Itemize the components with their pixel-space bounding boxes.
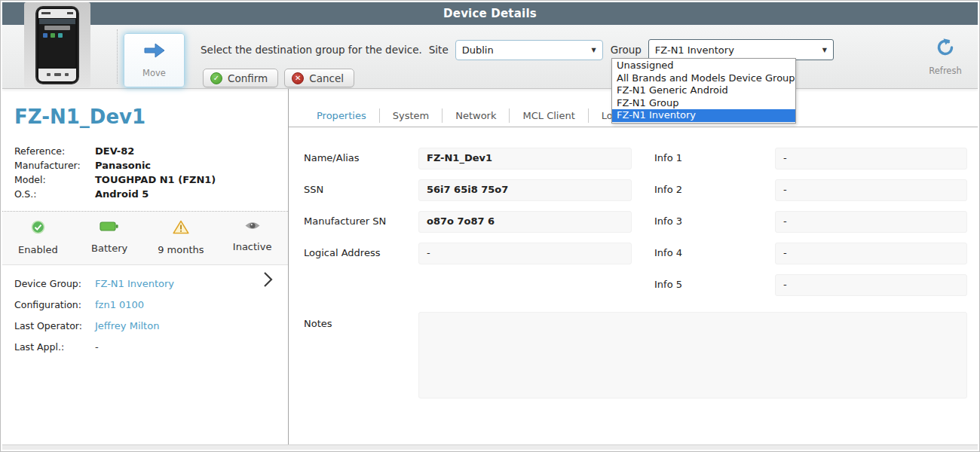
group-wrap: Group FZ-N1 Inventory ▼	[611, 39, 834, 60]
info-value: TOUGHPAD N1 (FZN1)	[95, 173, 216, 187]
info-value: DEV-82	[95, 144, 134, 158]
tab-mcl-client[interactable]: MCL Client	[510, 110, 587, 121]
group-dropdown-option[interactable]: FZ-N1 Generic Android	[612, 84, 795, 97]
notes-row: Notes	[304, 312, 978, 399]
assignment-label: Last Appl.:	[14, 341, 95, 353]
field-label: Info 5	[654, 274, 775, 296]
form-row: Info 1-	[654, 148, 967, 170]
caret-down-icon: ▼	[822, 47, 827, 53]
group-dropdown-option[interactable]: All Brands and Models Device Group	[612, 72, 795, 85]
group-dropdown-option[interactable]: Unassigned	[612, 60, 795, 72]
group-select-value: FZ-N1 Inventory	[655, 44, 734, 56]
assignment-label: Last Operator:	[14, 320, 95, 331]
content-area: FZ-N1_Dev1 Reference:DEV-82 Manufacturer…	[2, 89, 978, 444]
site-select[interactable]: Dublin ▼	[455, 40, 603, 60]
notes-field[interactable]	[418, 312, 967, 399]
device-group-link[interactable]: FZ-N1 Inventory	[95, 278, 174, 289]
device-name-heading: FZ-N1_Dev1	[14, 105, 288, 128]
device-summary-panel: FZ-N1_Dev1 Reference:DEV-82 Manufacturer…	[2, 89, 289, 444]
logical-address-field[interactable]: -	[418, 243, 632, 264]
tab-network[interactable]: Network	[443, 110, 509, 121]
refresh-icon	[935, 47, 956, 61]
info2-field[interactable]: -	[775, 179, 967, 201]
instruction-text: Select the destination group for the dev…	[201, 44, 422, 56]
warning-triangle-icon	[173, 220, 189, 237]
form-row: Name/AliasFZ-N1_Dev1	[304, 148, 632, 170]
info-label: Model:	[14, 173, 95, 187]
name-alias-field[interactable]: FZ-N1_Dev1	[418, 148, 632, 170]
status-strip: Enabled Battery	[2, 212, 288, 265]
confirm-cancel-row: ✓ Confirm ✕ Cancel	[203, 69, 354, 87]
confirm-button[interactable]: ✓ Confirm	[203, 69, 278, 87]
device-info-list: Reference:DEV-82 Manufacturer:Panasonic …	[14, 144, 288, 201]
bottom-strip	[2, 444, 978, 450]
form-row: Info 3-	[654, 211, 967, 233]
status-battery: Battery	[74, 220, 145, 255]
device-photo	[24, 2, 90, 87]
group-select[interactable]: FZ-N1 Inventory ▼	[648, 39, 834, 60]
ssn-field[interactable]: 56i7 65i8 75o7	[418, 179, 632, 201]
configuration-link[interactable]: fzn1 0100	[95, 299, 144, 310]
move-arrow-icon	[143, 42, 166, 62]
form-row: Manufacturer SNo87o 7o87 6	[304, 211, 632, 233]
info1-field[interactable]: -	[775, 148, 967, 170]
field-label: Info 4	[654, 243, 775, 264]
eye-icon	[244, 220, 261, 234]
last-appl-value: -	[95, 341, 99, 353]
info-row: Reference:DEV-82	[14, 144, 288, 158]
group-label: Group	[611, 44, 642, 56]
info-row: Model:TOUGHPAD N1 (FZN1)	[14, 173, 288, 187]
info-label: Manufacturer:	[14, 158, 95, 173]
toolbar-divider	[117, 29, 118, 84]
manufacturer-sn-field[interactable]: o87o 7o87 6	[418, 211, 632, 233]
group-dropdown-option[interactable]: FZ-N1 Inventory	[612, 109, 795, 122]
tab-properties[interactable]: Properties	[304, 110, 379, 121]
form-row: Logical Address-	[304, 243, 632, 264]
device-detail-main: Properties System Network MCL Client Loc…	[289, 89, 978, 444]
assignment-row: Last Operator:Jeffrey Milton	[14, 320, 288, 331]
last-operator-link[interactable]: Jeffrey Milton	[95, 320, 159, 331]
info-label: O.S.:	[14, 187, 95, 201]
status-activity: Inactive	[216, 220, 288, 255]
refresh-button[interactable]: Refresh	[922, 37, 969, 76]
status-age: 9 months	[145, 220, 217, 255]
toolbar: Move Select the destination group for th…	[2, 25, 978, 89]
tab-system[interactable]: System	[380, 110, 442, 121]
field-label: Info 2	[654, 179, 775, 201]
confirm-button-label: Confirm	[228, 72, 268, 84]
confirm-check-icon: ✓	[210, 72, 222, 84]
field-label: Name/Alias	[304, 148, 418, 170]
field-label: SSN	[304, 179, 418, 201]
assignment-section: Device Group:FZ-N1 Inventory Configurati…	[14, 265, 288, 353]
assignment-label: Configuration:	[14, 299, 95, 310]
form-left-column: Name/AliasFZ-N1_Dev1 SSN56i7 65i8 75o7 M…	[304, 148, 632, 306]
assignment-row: Configuration:fzn1 0100	[14, 299, 288, 310]
group-dropdown-option[interactable]: FZ-N1 Group	[612, 97, 795, 110]
group-dropdown-list: Unassigned All Brands and Models Device …	[611, 58, 796, 124]
status-label: Enabled	[18, 244, 58, 255]
info-label: Reference:	[14, 144, 95, 158]
refresh-label: Refresh	[922, 66, 969, 76]
assignment-row: Last Appl.:-	[14, 341, 288, 353]
assignment-row: Device Group:FZ-N1 Inventory	[14, 278, 288, 289]
cancel-x-icon: ✕	[292, 72, 304, 84]
status-label: 9 months	[158, 244, 204, 255]
title-bar: Device Details	[2, 2, 978, 25]
move-button[interactable]: Move	[124, 33, 185, 87]
phone-illustration	[35, 6, 79, 84]
page-title: Device Details	[443, 7, 537, 20]
field-label: Info 1	[654, 148, 775, 170]
info-value: Panasonic	[95, 158, 151, 173]
info-row: Manufacturer:Panasonic	[14, 158, 288, 173]
field-label: Info 3	[654, 211, 775, 233]
cancel-button[interactable]: ✕ Cancel	[284, 69, 354, 87]
form-right-column: Info 1- Info 2- Info 3- Info 4- Info 5-	[654, 148, 967, 306]
form-row: SSN56i7 65i8 75o7	[304, 179, 632, 201]
info5-field[interactable]: -	[775, 274, 967, 296]
field-label: Manufacturer SN	[304, 211, 418, 233]
info3-field[interactable]: -	[775, 211, 967, 233]
cancel-button-label: Cancel	[309, 72, 344, 84]
info4-field[interactable]: -	[775, 243, 967, 264]
info-value: Android 5	[95, 187, 149, 201]
expand-chevron-icon[interactable]	[263, 271, 273, 291]
